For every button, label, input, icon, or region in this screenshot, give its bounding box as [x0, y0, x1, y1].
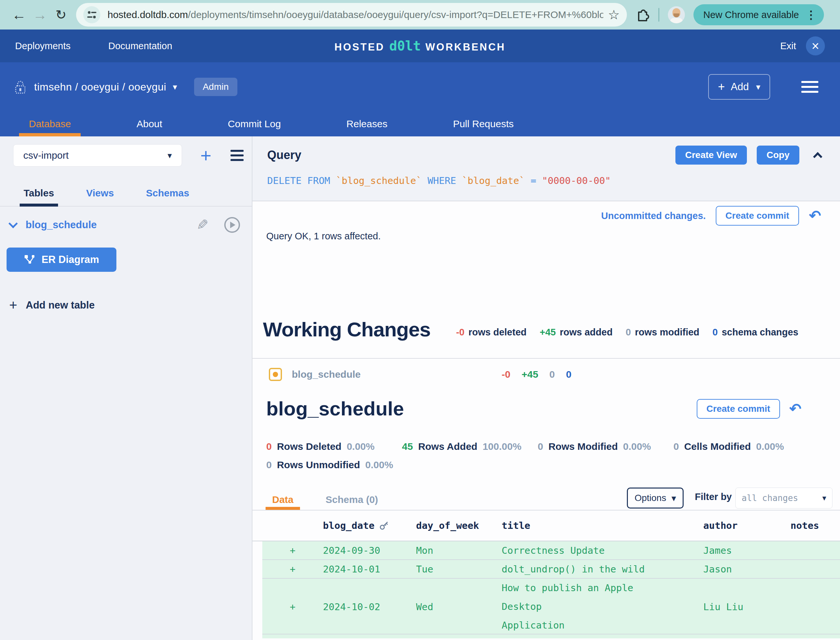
tab-schemas[interactable]: Schemas [146, 187, 189, 199]
tab-database[interactable]: Database [29, 112, 71, 136]
cell-blog-date: 2024-10-01 [323, 563, 416, 575]
tab-data[interactable]: Data [272, 494, 293, 505]
nav-documentation-link[interactable]: Documentation [108, 41, 172, 51]
working-changes-stats: -0rows deleted +45rows added 0rows modif… [456, 327, 798, 338]
stat-value: 0 [538, 441, 543, 452]
table-name-link[interactable]: blog_schedule [26, 219, 97, 231]
stat-value: 0 [266, 459, 272, 470]
stat-value: 0 [674, 441, 679, 452]
cell-author: Jason [703, 563, 790, 575]
cell-blog-date: 2024-10-02 [323, 601, 416, 613]
col-title: title [502, 520, 703, 531]
tab-pull-requests[interactable]: Pull Requests [453, 112, 514, 136]
tab-commit-log[interactable]: Commit Log [228, 112, 281, 136]
breadcrumb[interactable]: timsehn / ooeygui / ooeygui [34, 81, 166, 93]
logo-workbench: WORKBENCH [426, 41, 506, 53]
er-diagram-icon [24, 254, 36, 265]
working-table-name[interactable]: blog_schedule [292, 369, 502, 380]
sidebar-menu-icon[interactable] [230, 150, 243, 161]
add-new-table-label: Add new table [26, 299, 95, 311]
tab-views[interactable]: Views [86, 187, 114, 199]
new-branch-button[interactable]: + [200, 146, 211, 165]
edit-pencil-icon[interactable]: ✎ [197, 216, 208, 233]
copy-button[interactable]: Copy [757, 146, 799, 165]
sql-keyword: DELETE FROM [267, 175, 336, 186]
filter-caret-icon: ▾ [822, 493, 826, 502]
cell-title: dolt_undrop() in the wild [502, 563, 703, 575]
breadcrumb-caret-icon[interactable]: ▾ [173, 82, 177, 92]
row-added-num: +45 [522, 369, 538, 380]
filter-by-label: Filter by [695, 491, 732, 502]
uncommitted-changes-label: Uncommitted changes. [601, 211, 706, 221]
modified-table-icon [269, 368, 282, 381]
forward-icon[interactable]: → [29, 6, 51, 23]
table-row[interactable]: + 2024-10-01 Tue dolt_undrop() in the wi… [262, 560, 840, 579]
url-bar[interactable]: hosted.doltdb.com/deployments/timsehn/oo… [76, 3, 627, 27]
repo-menu-icon[interactable] [801, 81, 818, 93]
stat-label: Rows Deleted [277, 441, 342, 452]
stat-pct: 0.00% [756, 441, 784, 452]
chevron-down-icon[interactable] [8, 219, 18, 228]
working-changes-table-row[interactable]: blog_schedule -0 +45 0 0 [269, 368, 840, 381]
table-row[interactable]: + 2024-10-02 Wed How to publish an Apple… [262, 579, 840, 634]
er-diagram-button[interactable]: ER Diagram [6, 248, 117, 272]
options-label: Options [634, 493, 666, 503]
filter-select[interactable]: all changes ▾ [735, 488, 832, 509]
site-settings-icon[interactable] [83, 6, 100, 23]
stat-pct: 0.00% [365, 459, 393, 470]
tab-releases[interactable]: Releases [347, 112, 387, 136]
stat-pct: 0.00% [623, 441, 651, 452]
cell-blog-date: 2024-09-30 [323, 545, 416, 556]
diff-view-tabs: Data Schema (0) Options ▾ Filter by all … [253, 490, 840, 510]
repo-tabs: Database About Commit Log Releases Pull … [0, 112, 840, 136]
tab-tables[interactable]: Tables [24, 187, 54, 199]
branch-select[interactable]: csv-import ▾ [13, 144, 182, 166]
create-view-button[interactable]: Create View [675, 146, 747, 165]
add-new-table-button[interactable]: + Add new table [9, 298, 252, 313]
table-list-item[interactable]: blog_schedule ✎ [10, 216, 240, 233]
chrome-update-button[interactable]: New Chrome available ⋮ [693, 4, 824, 25]
col-blog-date: blog_date [323, 520, 374, 531]
row-deleted-num: -0 [502, 369, 510, 380]
schema-changes-label: schema changes [722, 327, 798, 338]
reload-icon[interactable]: ↻ [51, 7, 72, 22]
table-row[interactable]: + 2024-09-30 Mon Correctness Update Jame… [262, 541, 840, 560]
cell-author: James [703, 545, 790, 556]
row-added-marker: + [262, 601, 323, 613]
sql-query: DELETE FROM `blog_schedule` WHERE `blog_… [267, 175, 823, 186]
close-button[interactable]: × [806, 37, 825, 55]
commit-bar: Uncommitted changes. Create commit ↶ [253, 201, 840, 226]
undo-icon[interactable]: ↶ [809, 208, 821, 223]
add-caret-icon: ▾ [756, 82, 760, 92]
back-icon[interactable]: ← [8, 6, 29, 23]
extensions-puzzle-icon[interactable] [635, 8, 650, 22]
col-day-of-week: day_of_week [416, 520, 502, 531]
tab-about[interactable]: About [136, 112, 162, 136]
url-text: hosted.doltdb.com/deployments/timsehn/oo… [107, 9, 603, 20]
stat-value: 0 [266, 441, 272, 452]
url-host: hosted.doltdb.com [107, 9, 188, 20]
profile-avatar[interactable] [668, 6, 685, 23]
sql-string: "0000-00-00" [542, 175, 611, 186]
nav-deployments-link[interactable]: Deployments [15, 41, 70, 51]
working-changes-divider [253, 358, 840, 359]
next-row-sliver [262, 634, 840, 638]
stat-label: Rows Modified [549, 441, 618, 452]
options-button[interactable]: Options ▾ [627, 488, 683, 509]
hosted-dolt-workbench-logo: HOSTED d0lt WORKBENCH [334, 38, 506, 53]
create-commit-button[interactable]: Create commit [716, 206, 799, 226]
chrome-menu-icon[interactable]: ⋮ [806, 8, 817, 21]
undo-icon[interactable]: ↶ [789, 402, 801, 416]
create-commit-button-2[interactable]: Create commit [697, 399, 780, 419]
tab-schema[interactable]: Schema (0) [326, 494, 378, 505]
bookmark-star-icon[interactable]: ☆ [608, 7, 620, 22]
sql-identifier: `blog_date` [462, 175, 525, 186]
collapse-chevron-icon[interactable] [813, 152, 822, 161]
stat-pct: 0.00% [347, 441, 374, 452]
exit-link[interactable]: Exit [780, 41, 796, 51]
add-button[interactable]: + Add ▾ [708, 74, 770, 100]
row-added-marker: + [262, 545, 323, 556]
stat-label: Cells Modified [684, 441, 751, 452]
rows-added-count: +45 [540, 327, 556, 338]
run-play-icon[interactable] [224, 217, 240, 233]
